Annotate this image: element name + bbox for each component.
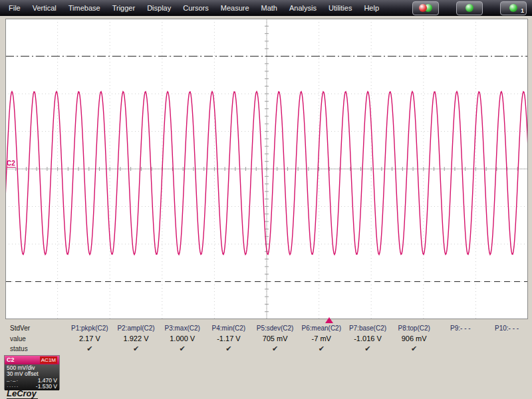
measure-value: 1.000 V	[159, 334, 205, 344]
measure-value	[483, 334, 530, 344]
descriptor-header: C2 AC1M	[5, 356, 59, 364]
measure-header: P10:- - -	[483, 323, 530, 334]
measure-header: P7:base(C2)	[344, 323, 391, 334]
measure-status-check: ✔	[113, 344, 160, 354]
panel-one-icon[interactable]: 1	[500, 1, 527, 15]
lecroy-brand-logo: LeCroy	[7, 389, 38, 399]
menu-bar-icons: 1	[412, 1, 532, 15]
waveform-display[interactable]: C2	[5, 19, 528, 319]
menu-item-measure[interactable]: Measure	[215, 0, 255, 16]
dash-dot-line-icon: –·–·	[7, 378, 19, 384]
measure-header: P6:mean(C2)	[298, 323, 344, 334]
menu-item-trigger[interactable]: Trigger	[106, 0, 141, 16]
measure-label-column: StdVer value status	[3, 323, 66, 354]
descriptor-offset: 30 mV offset	[7, 371, 57, 377]
measure-header: P4:min(C2)	[205, 323, 252, 334]
menu-item-help[interactable]: Help	[358, 0, 385, 16]
menu-item-vertical[interactable]: Vertical	[27, 0, 63, 16]
measure-header: P8:top(C2)	[391, 323, 438, 334]
menu-item-timebase[interactable]: Timebase	[63, 0, 106, 16]
descriptor-channel-label: C2	[7, 356, 15, 364]
measure-value: -7 mV	[298, 334, 344, 344]
menu-item-display[interactable]: Display	[141, 0, 177, 16]
measure-status-check: ✔	[159, 344, 205, 354]
measure-status-check: ✔	[66, 344, 113, 354]
autosetup-icon[interactable]	[456, 1, 483, 15]
measurement-column: P10:- - -	[483, 323, 530, 354]
measurement-column: P6:mean(C2)-7 mV✔	[298, 323, 344, 354]
measure-value: 906 mV	[391, 334, 438, 344]
trigger-position-marker[interactable]	[325, 317, 333, 323]
measure-value: 705 mV	[252, 334, 299, 344]
measure-value: -1.016 V	[344, 334, 391, 344]
descriptor-coupling-label: AC1M	[40, 356, 57, 364]
menu-item-analysis[interactable]: Analysis	[283, 0, 323, 16]
measurement-column: P2:ampl(C2)1.922 V✔	[113, 323, 160, 354]
measure-header: P1:pkpk(C2)	[66, 323, 113, 334]
scope-grid	[5, 19, 528, 319]
measurement-panel: StdVer value status P1:pkpk(C2)2.17 V✔P2…	[3, 323, 530, 354]
measurement-column: P9:- - -	[438, 323, 484, 354]
panel-one-orb	[509, 4, 517, 12]
channel-c2-descriptor[interactable]: C2 AC1M 500 mV/div 30 mV offset –·–· 1.4…	[4, 355, 60, 390]
descriptor-body: 500 mV/div 30 mV offset –·–· 1.470 V ···…	[5, 364, 59, 390]
measurement-column: P1:pkpk(C2)2.17 V✔	[66, 323, 113, 354]
measure-value: 2.17 V	[66, 334, 113, 344]
menu-item-cursors[interactable]: Cursors	[177, 0, 215, 16]
measure-value	[438, 334, 484, 344]
menu-item-utilities[interactable]: Utilities	[323, 0, 358, 16]
measure-header: P2:ampl(C2)	[113, 323, 160, 334]
measure-value: 1.922 V	[113, 334, 160, 344]
menu-bar: FileVerticalTimebaseTriggerDisplayCursor…	[0, 0, 532, 16]
measure-status-check: ✔	[205, 344, 252, 354]
measure-status-check: ✔	[298, 344, 344, 354]
measure-status-check: ✔	[391, 344, 438, 354]
measure-status-check: ✔	[252, 344, 299, 354]
menu-item-file[interactable]: File	[3, 0, 27, 16]
measure-header: P5:sdev(C2)	[252, 323, 299, 334]
measure-status-check	[438, 344, 484, 354]
measure-value: -1.17 V	[205, 334, 252, 344]
measure-status-check: ✔	[344, 344, 391, 354]
measurement-column: P3:max(C2)1.000 V✔	[159, 323, 205, 354]
measure-table-label: StdVer	[3, 323, 66, 334]
menu-item-math[interactable]: Math	[255, 0, 283, 16]
menu-bar-items: FileVerticalTimebaseTriggerDisplayCursor…	[0, 0, 385, 16]
panel-one-badge: 1	[521, 7, 524, 14]
logo-red-orb	[419, 4, 427, 12]
measurement-column: P4:min(C2)-1.17 V✔	[205, 323, 252, 354]
measurement-column: P7:base(C2)-1.016 V✔	[344, 323, 391, 354]
channel-c2-zero-marker[interactable]: C2	[7, 160, 15, 168]
measurement-column: P8:top(C2)906 mV✔	[391, 323, 438, 354]
lecroy-logo-icon[interactable]	[412, 1, 439, 15]
autosetup-orb	[466, 4, 473, 12]
measurement-column: P5:sdev(C2)705 mV✔	[252, 323, 299, 354]
descriptor-level-low: -1.530 V	[36, 384, 57, 390]
status-row-label: status	[3, 344, 66, 354]
measure-header: P3:max(C2)	[159, 323, 205, 334]
value-row-label: value	[3, 334, 66, 344]
measure-status-check	[483, 344, 530, 354]
measure-header: P9:- - -	[438, 323, 484, 334]
